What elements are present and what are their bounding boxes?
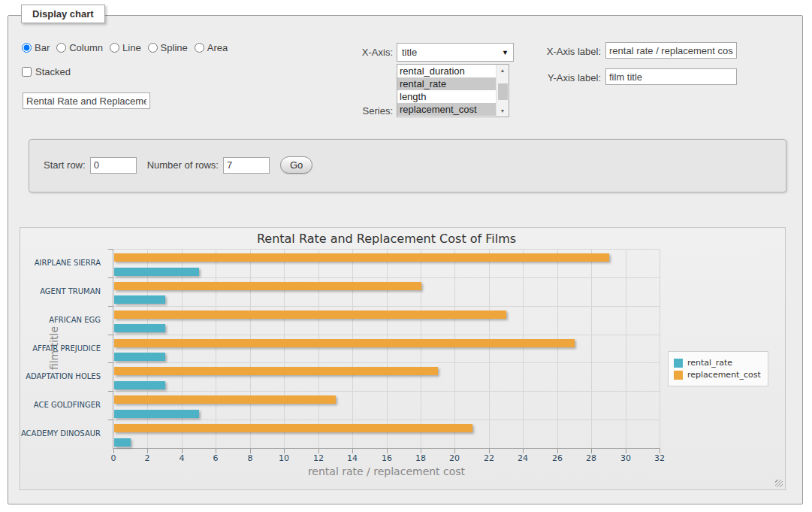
go-button[interactable]: Go xyxy=(280,156,312,174)
bar-replacement_cost[interactable] xyxy=(114,282,421,290)
x-axis-label-caption: X-Axis label: xyxy=(526,46,601,57)
chart-type-radio-line[interactable] xyxy=(110,43,119,53)
chart-type-option-column[interactable]: Column xyxy=(56,42,103,53)
value-tick-label: 14 xyxy=(337,453,367,463)
series-option-length[interactable]: length xyxy=(397,90,496,103)
resize-handle-icon[interactable] xyxy=(775,480,783,487)
row-range-controls: Start row: Number of rows: Go xyxy=(44,156,312,174)
stacked-checkbox[interactable] xyxy=(22,67,32,77)
chart-type-option-line[interactable]: Line xyxy=(110,42,141,53)
grid-line xyxy=(113,362,660,363)
value-tick-label: 10 xyxy=(269,453,299,463)
grid-line xyxy=(660,249,660,448)
legend-item-rental_rate[interactable]: rental_rate xyxy=(674,358,761,368)
value-axis-title: rental rate / replacement cost xyxy=(113,465,660,477)
chart-type-label: Area xyxy=(207,42,228,53)
axis-tick xyxy=(108,249,113,250)
chart-container: Rental Rate and Replacement Cost of Film… xyxy=(20,227,786,490)
chevron-down-icon: ▼ xyxy=(502,49,509,56)
x-axis-label: X-Axis: xyxy=(331,47,393,58)
bar-replacement_cost[interactable] xyxy=(114,367,438,375)
category-label: ACADEMY DINOSAUR xyxy=(20,429,107,438)
value-tick-label: 8 xyxy=(235,453,265,463)
grid-line xyxy=(591,249,592,448)
bar-replacement_cost[interactable] xyxy=(114,253,609,262)
category-label: AIRPLANE SIERRA xyxy=(20,259,107,267)
series-option-rental_rate[interactable]: rental_rate xyxy=(397,77,496,90)
chart-type-option-spline[interactable]: Spline xyxy=(148,42,188,53)
start-row-input[interactable] xyxy=(90,157,137,174)
chart-type-radio-column[interactable] xyxy=(56,43,66,53)
grid-line xyxy=(113,420,660,420)
category-label: ADAPTATION HOLES xyxy=(20,372,107,380)
chart-title-input[interactable] xyxy=(23,92,150,109)
chart-type-label: Line xyxy=(122,42,141,53)
bar-replacement_cost[interactable] xyxy=(114,339,575,347)
scroll-up-icon[interactable]: ▲ xyxy=(497,65,509,76)
stacked-checkbox-row[interactable]: Stacked xyxy=(22,66,71,77)
start-row-label: Start row: xyxy=(44,159,86,171)
value-tick-label: 4 xyxy=(167,453,197,463)
number-of-rows-input[interactable] xyxy=(223,157,270,174)
grid-line xyxy=(113,277,660,278)
bar-rental_rate[interactable] xyxy=(114,268,199,276)
chart-legend: rental_ratereplacement_cost xyxy=(668,351,768,386)
axis-tick xyxy=(108,277,113,278)
value-tick-label: 18 xyxy=(406,453,436,463)
bar-rental_rate[interactable] xyxy=(114,353,165,361)
legend-label: rental_rate xyxy=(687,358,732,368)
chart-type-radio-spline[interactable] xyxy=(148,43,158,53)
chart-type-radio-bar[interactable] xyxy=(22,43,32,53)
bar-rental_rate[interactable] xyxy=(114,324,165,332)
chart-type-label: Spline xyxy=(161,42,188,53)
grid-line xyxy=(284,249,285,448)
value-tick-label: 30 xyxy=(611,453,641,463)
series-option-rental_duration[interactable]: rental_duration xyxy=(397,65,496,77)
stacked-label: Stacked xyxy=(35,66,71,77)
scroll-down-icon[interactable]: ▼ xyxy=(497,105,509,117)
value-tick-label: 28 xyxy=(576,453,606,463)
bar-rental_rate[interactable] xyxy=(114,410,199,418)
bar-replacement_cost[interactable] xyxy=(114,311,506,319)
legend-swatch-icon xyxy=(674,371,683,380)
value-tick-label: 32 xyxy=(644,453,675,463)
legend-item-replacement_cost[interactable]: replacement_cost xyxy=(674,370,761,380)
axis-tick xyxy=(108,306,113,307)
grid-line xyxy=(523,249,524,448)
value-tick-label: 6 xyxy=(201,453,231,463)
grid-line xyxy=(489,249,490,448)
bar-rental_rate[interactable] xyxy=(114,438,131,447)
chart-type-option-area[interactable]: Area xyxy=(195,42,228,53)
chart-type-radio-area[interactable] xyxy=(195,43,204,53)
value-tick-label: 26 xyxy=(542,453,572,463)
axis-tick xyxy=(108,335,113,335)
value-tick-label: 22 xyxy=(474,453,504,463)
grid-line xyxy=(182,249,183,448)
series-listbox[interactable]: rental_durationrental_ratelengthreplacem… xyxy=(397,64,509,117)
grid-line xyxy=(387,249,388,448)
x-axis-select[interactable]: title ▼ xyxy=(397,43,514,62)
grid-line xyxy=(147,249,148,448)
value-tick-label: 16 xyxy=(372,453,402,463)
series-label: Series: xyxy=(331,105,393,117)
legend-swatch-icon xyxy=(674,359,683,368)
scrollbar-thumb[interactable] xyxy=(498,83,508,100)
bar-replacement_cost[interactable] xyxy=(114,395,336,404)
number-of-rows-label: Number of rows: xyxy=(147,159,219,171)
chart-type-option-bar[interactable]: Bar xyxy=(22,42,50,53)
category-label: AGENT TRUMAN xyxy=(20,287,107,295)
row-range-box: Start row: Number of rows: Go xyxy=(29,139,786,192)
grid-line xyxy=(352,249,353,448)
scrollbar-track[interactable] xyxy=(497,76,509,105)
plot-area xyxy=(113,249,660,448)
listbox-scrollbar[interactable]: ▲ ▼ xyxy=(496,65,509,117)
grid-line xyxy=(626,249,626,448)
grid-line xyxy=(113,335,660,335)
x-axis-label-input[interactable] xyxy=(605,42,737,59)
bar-rental_rate[interactable] xyxy=(114,295,165,304)
bar-replacement_cost[interactable] xyxy=(114,424,472,432)
grid-line xyxy=(557,249,558,448)
y-axis-label-input[interactable] xyxy=(605,68,737,85)
series-option-replacement_cost[interactable]: replacement_cost xyxy=(397,103,496,116)
bar-rental_rate[interactable] xyxy=(114,381,165,389)
